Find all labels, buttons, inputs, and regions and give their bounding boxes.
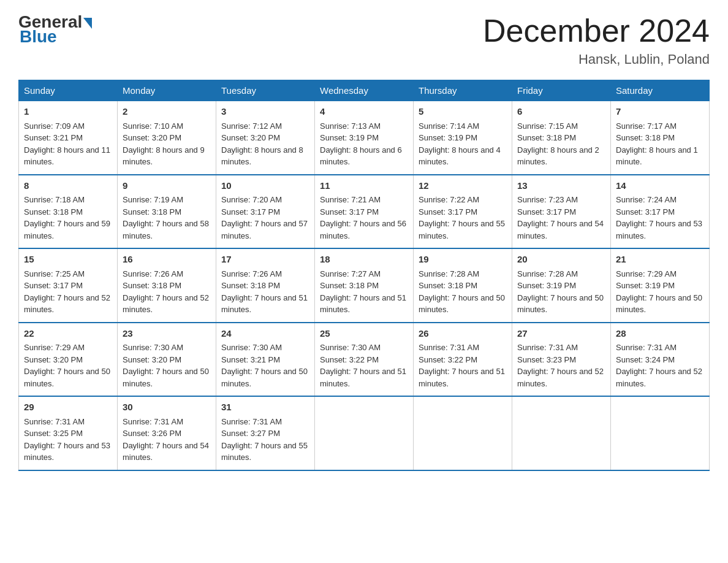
calendar-cell: 29 Sunrise: 7:31 AM Sunset: 3:25 PM Dayl… bbox=[19, 396, 118, 470]
calendar-cell: 16 Sunrise: 7:26 AM Sunset: 3:18 PM Dayl… bbox=[118, 248, 216, 323]
day-number: 10 bbox=[221, 179, 309, 193]
calendar-cell bbox=[315, 396, 414, 470]
calendar-cell: 14 Sunrise: 7:24 AM Sunset: 3:17 PM Dayl… bbox=[611, 175, 710, 249]
day-number: 30 bbox=[123, 400, 211, 415]
calendar-cell: 19 Sunrise: 7:28 AM Sunset: 3:18 PM Dayl… bbox=[414, 248, 512, 323]
day-number: 13 bbox=[517, 179, 605, 193]
calendar-cell: 13 Sunrise: 7:23 AM Sunset: 3:17 PM Dayl… bbox=[512, 175, 611, 249]
day-number: 21 bbox=[616, 253, 704, 267]
day-info: Sunrise: 7:09 AM Sunset: 3:21 PM Dayligh… bbox=[24, 121, 110, 167]
location-subtitle: Hansk, Lublin, Poland bbox=[483, 52, 710, 67]
title-section: December 2024 Hansk, Lublin, Poland bbox=[483, 12, 710, 67]
calendar-week-3: 15 Sunrise: 7:25 AM Sunset: 3:17 PM Dayl… bbox=[19, 248, 710, 323]
day-info: Sunrise: 7:30 AM Sunset: 3:21 PM Dayligh… bbox=[221, 343, 308, 388]
calendar-cell: 8 Sunrise: 7:18 AM Sunset: 3:18 PM Dayli… bbox=[19, 175, 118, 249]
day-number: 11 bbox=[320, 179, 408, 193]
calendar-cell: 17 Sunrise: 7:26 AM Sunset: 3:18 PM Dayl… bbox=[216, 248, 315, 323]
day-number: 4 bbox=[320, 105, 408, 119]
day-number: 6 bbox=[517, 105, 605, 119]
day-info: Sunrise: 7:30 AM Sunset: 3:22 PM Dayligh… bbox=[320, 343, 406, 388]
calendar-cell: 10 Sunrise: 7:20 AM Sunset: 3:17 PM Dayl… bbox=[216, 175, 315, 249]
header-saturday: Saturday bbox=[611, 80, 710, 101]
day-number: 28 bbox=[616, 327, 704, 341]
day-info: Sunrise: 7:20 AM Sunset: 3:17 PM Dayligh… bbox=[221, 195, 308, 240]
day-number: 26 bbox=[419, 327, 507, 341]
day-info: Sunrise: 7:17 AM Sunset: 3:18 PM Dayligh… bbox=[616, 121, 698, 167]
calendar-table: Sunday Monday Tuesday Wednesday Thursday… bbox=[18, 80, 710, 471]
calendar-cell: 11 Sunrise: 7:21 AM Sunset: 3:17 PM Dayl… bbox=[315, 175, 414, 249]
month-title: December 2024 bbox=[483, 12, 710, 49]
day-info: Sunrise: 7:10 AM Sunset: 3:20 PM Dayligh… bbox=[123, 121, 205, 167]
day-info: Sunrise: 7:23 AM Sunset: 3:17 PM Dayligh… bbox=[517, 195, 604, 240]
calendar-cell bbox=[414, 396, 512, 470]
day-info: Sunrise: 7:26 AM Sunset: 3:18 PM Dayligh… bbox=[221, 269, 308, 315]
logo: General Blue bbox=[18, 12, 93, 47]
day-number: 31 bbox=[221, 400, 309, 415]
logo-arrow-icon bbox=[83, 18, 92, 29]
calendar-cell: 9 Sunrise: 7:19 AM Sunset: 3:18 PM Dayli… bbox=[118, 175, 216, 249]
day-number: 12 bbox=[419, 179, 507, 193]
calendar-cell: 4 Sunrise: 7:13 AM Sunset: 3:19 PM Dayli… bbox=[315, 101, 414, 175]
calendar-week-2: 8 Sunrise: 7:18 AM Sunset: 3:18 PM Dayli… bbox=[19, 175, 710, 249]
day-info: Sunrise: 7:31 AM Sunset: 3:27 PM Dayligh… bbox=[221, 417, 308, 462]
day-info: Sunrise: 7:31 AM Sunset: 3:23 PM Dayligh… bbox=[517, 343, 604, 388]
day-info: Sunrise: 7:29 AM Sunset: 3:19 PM Dayligh… bbox=[616, 269, 702, 315]
calendar-cell: 5 Sunrise: 7:14 AM Sunset: 3:19 PM Dayli… bbox=[414, 101, 512, 175]
calendar-cell: 3 Sunrise: 7:12 AM Sunset: 3:20 PM Dayli… bbox=[216, 101, 315, 175]
day-info: Sunrise: 7:27 AM Sunset: 3:18 PM Dayligh… bbox=[320, 269, 406, 315]
day-info: Sunrise: 7:31 AM Sunset: 3:22 PM Dayligh… bbox=[419, 343, 505, 388]
day-info: Sunrise: 7:26 AM Sunset: 3:18 PM Dayligh… bbox=[123, 269, 209, 315]
calendar-cell: 15 Sunrise: 7:25 AM Sunset: 3:17 PM Dayl… bbox=[19, 248, 118, 323]
calendar-cell: 28 Sunrise: 7:31 AM Sunset: 3:24 PM Dayl… bbox=[611, 323, 710, 397]
calendar-cell: 24 Sunrise: 7:30 AM Sunset: 3:21 PM Dayl… bbox=[216, 323, 315, 397]
day-info: Sunrise: 7:15 AM Sunset: 3:18 PM Dayligh… bbox=[517, 121, 599, 167]
day-number: 24 bbox=[221, 327, 309, 341]
header-monday: Monday bbox=[118, 80, 216, 101]
calendar-cell: 26 Sunrise: 7:31 AM Sunset: 3:22 PM Dayl… bbox=[414, 323, 512, 397]
day-number: 27 bbox=[517, 327, 605, 341]
day-info: Sunrise: 7:28 AM Sunset: 3:18 PM Dayligh… bbox=[419, 269, 505, 315]
day-info: Sunrise: 7:12 AM Sunset: 3:20 PM Dayligh… bbox=[221, 121, 303, 167]
calendar-cell: 23 Sunrise: 7:30 AM Sunset: 3:20 PM Dayl… bbox=[118, 323, 216, 397]
calendar-cell bbox=[512, 396, 611, 470]
calendar-cell: 1 Sunrise: 7:09 AM Sunset: 3:21 PM Dayli… bbox=[19, 101, 118, 175]
calendar-cell: 30 Sunrise: 7:31 AM Sunset: 3:26 PM Dayl… bbox=[118, 396, 216, 470]
calendar-cell: 25 Sunrise: 7:30 AM Sunset: 3:22 PM Dayl… bbox=[315, 323, 414, 397]
day-number: 14 bbox=[616, 179, 704, 193]
day-number: 19 bbox=[419, 253, 507, 267]
day-info: Sunrise: 7:28 AM Sunset: 3:19 PM Dayligh… bbox=[517, 269, 604, 315]
calendar-cell: 18 Sunrise: 7:27 AM Sunset: 3:18 PM Dayl… bbox=[315, 248, 414, 323]
calendar-week-4: 22 Sunrise: 7:29 AM Sunset: 3:20 PM Dayl… bbox=[19, 323, 710, 397]
day-number: 9 bbox=[123, 179, 211, 193]
calendar-week-1: 1 Sunrise: 7:09 AM Sunset: 3:21 PM Dayli… bbox=[19, 101, 710, 175]
day-info: Sunrise: 7:22 AM Sunset: 3:17 PM Dayligh… bbox=[419, 195, 505, 240]
day-info: Sunrise: 7:25 AM Sunset: 3:17 PM Dayligh… bbox=[24, 269, 110, 315]
calendar-header-row: Sunday Monday Tuesday Wednesday Thursday… bbox=[19, 80, 710, 101]
header-wednesday: Wednesday bbox=[315, 80, 414, 101]
header-thursday: Thursday bbox=[414, 80, 512, 101]
day-number: 2 bbox=[123, 105, 211, 119]
calendar-cell: 22 Sunrise: 7:29 AM Sunset: 3:20 PM Dayl… bbox=[19, 323, 118, 397]
day-info: Sunrise: 7:24 AM Sunset: 3:17 PM Dayligh… bbox=[616, 195, 702, 240]
day-number: 23 bbox=[123, 327, 211, 341]
day-info: Sunrise: 7:29 AM Sunset: 3:20 PM Dayligh… bbox=[24, 343, 110, 388]
day-info: Sunrise: 7:31 AM Sunset: 3:26 PM Dayligh… bbox=[123, 417, 209, 462]
day-number: 25 bbox=[320, 327, 408, 341]
day-number: 5 bbox=[419, 105, 507, 119]
header-sunday: Sunday bbox=[19, 80, 118, 101]
logo-blue-text: Blue bbox=[20, 27, 57, 47]
calendar-cell: 7 Sunrise: 7:17 AM Sunset: 3:18 PM Dayli… bbox=[611, 101, 710, 175]
day-info: Sunrise: 7:19 AM Sunset: 3:18 PM Dayligh… bbox=[123, 195, 209, 240]
day-number: 3 bbox=[221, 105, 309, 119]
calendar-cell: 21 Sunrise: 7:29 AM Sunset: 3:19 PM Dayl… bbox=[611, 248, 710, 323]
day-number: 15 bbox=[24, 253, 112, 267]
day-number: 29 bbox=[24, 400, 112, 415]
day-number: 18 bbox=[320, 253, 408, 267]
day-info: Sunrise: 7:13 AM Sunset: 3:19 PM Dayligh… bbox=[320, 121, 402, 167]
header-tuesday: Tuesday bbox=[216, 80, 315, 101]
day-info: Sunrise: 7:31 AM Sunset: 3:24 PM Dayligh… bbox=[616, 343, 702, 388]
day-number: 7 bbox=[616, 105, 704, 119]
calendar-cell: 31 Sunrise: 7:31 AM Sunset: 3:27 PM Dayl… bbox=[216, 396, 315, 470]
calendar-cell: 27 Sunrise: 7:31 AM Sunset: 3:23 PM Dayl… bbox=[512, 323, 611, 397]
calendar-cell: 2 Sunrise: 7:10 AM Sunset: 3:20 PM Dayli… bbox=[118, 101, 216, 175]
